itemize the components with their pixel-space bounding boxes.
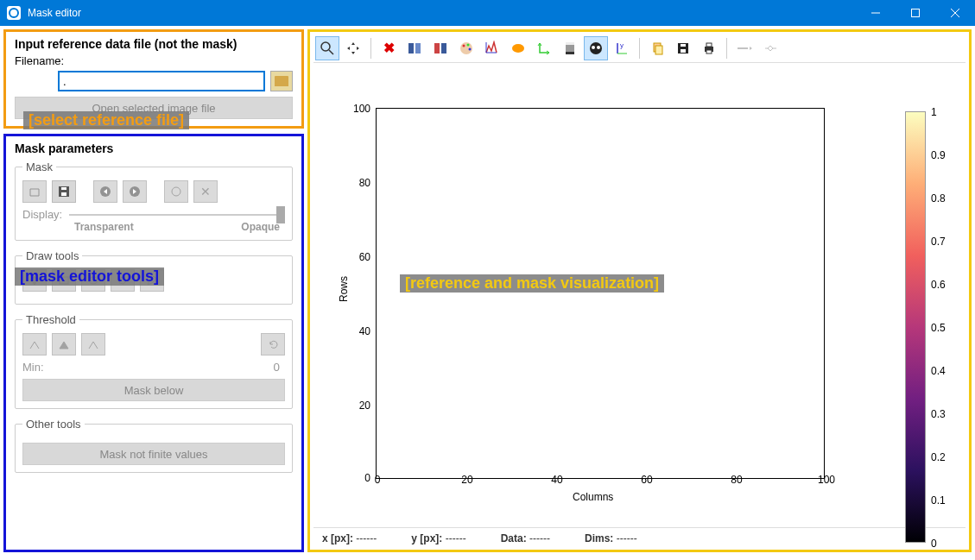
viz-annotation: [reference and mask visualization] xyxy=(400,274,664,293)
y-axis-label: Rows xyxy=(338,276,350,302)
threshold-reset-button[interactable] xyxy=(261,333,285,356)
pan-icon xyxy=(346,41,360,55)
threshold-mode1-button[interactable] xyxy=(22,333,47,356)
redo-button[interactable] xyxy=(123,180,147,203)
left-panel: Input reference data file (not the mask)… xyxy=(3,29,304,552)
contrast-button[interactable] xyxy=(558,36,582,60)
svg-point-30 xyxy=(597,46,600,49)
cb-tick: 0.7 xyxy=(931,236,957,248)
status-x-label: x [px]: xyxy=(322,532,353,544)
min-value-field[interactable] xyxy=(44,361,285,374)
axes-button[interactable] xyxy=(532,36,556,60)
plot-area[interactable] xyxy=(376,108,825,479)
other-tools-group: Other tools Mask not finite values xyxy=(15,418,293,473)
status-data-label: Data: xyxy=(501,532,527,544)
mask-legend: Mask xyxy=(22,160,56,173)
cb-tick: 1 xyxy=(931,106,957,118)
svg-rect-15 xyxy=(415,43,421,53)
cb-tick: 0.5 xyxy=(931,322,957,334)
threshold-mode3-button[interactable] xyxy=(81,333,105,356)
x-tick: 0 xyxy=(360,474,395,486)
invert-button[interactable] xyxy=(164,180,188,203)
x-tick: 20 xyxy=(450,474,484,486)
clear-button[interactable]: ✕ xyxy=(193,180,218,203)
browse-button[interactable] xyxy=(270,71,293,91)
svg-rect-5 xyxy=(61,192,66,196)
opacity-slider[interactable] xyxy=(69,211,285,218)
histogram-button[interactable] xyxy=(480,36,504,60)
flip-h-button[interactable] xyxy=(402,36,427,60)
status-y-value: ------ xyxy=(446,532,466,544)
y-tick: 40 xyxy=(345,325,370,337)
peak-filled-icon xyxy=(58,338,70,350)
svg-point-12 xyxy=(321,42,330,51)
svg-text:y: y xyxy=(620,41,624,49)
display-label: Display: xyxy=(22,208,62,221)
ghost-overlay-button[interactable] xyxy=(584,36,608,60)
marker-style-button[interactable] xyxy=(758,36,782,60)
svg-rect-41 xyxy=(706,50,712,53)
zoom-tool-button[interactable] xyxy=(315,36,339,60)
svg-rect-37 xyxy=(681,49,686,53)
reference-file-section: Input reference data file (not the mask)… xyxy=(3,29,304,129)
title-bar: Mask editor xyxy=(0,0,975,26)
status-dims-label: Dims: xyxy=(585,532,613,544)
pan-tool-button[interactable] xyxy=(341,36,365,60)
reference-heading: Input reference data file (not the mask) xyxy=(15,37,293,51)
undo-arrow-icon xyxy=(267,338,279,350)
colorbar xyxy=(905,111,926,543)
svg-rect-1 xyxy=(912,9,920,17)
arrow-right-icon xyxy=(129,186,141,198)
undo-button[interactable] xyxy=(93,180,117,203)
open-mask-button[interactable] xyxy=(22,180,47,203)
minimize-button[interactable] xyxy=(856,0,896,26)
visualization-section: ✖ y [ xyxy=(307,29,972,552)
x-icon: ✕ xyxy=(200,185,211,198)
flip-v-icon xyxy=(433,41,448,56)
mask-face-icon xyxy=(588,41,604,56)
save-plot-button[interactable] xyxy=(671,36,695,60)
filename-input[interactable] xyxy=(58,71,265,91)
plot-main: [reference and mask visualization] Rows … xyxy=(313,63,888,527)
mask-overlay-button[interactable] xyxy=(506,36,530,60)
x-tick: 80 xyxy=(719,474,754,486)
y-tick: 60 xyxy=(345,251,370,263)
threshold-mode2-button[interactable] xyxy=(52,333,76,356)
min-label: Min: xyxy=(22,361,44,374)
status-dims-value: ------ xyxy=(617,532,637,544)
mask-nonfinite-button[interactable]: Mask not finite values xyxy=(22,443,285,465)
maximize-button[interactable] xyxy=(896,0,935,26)
delete-roi-button[interactable]: ✖ xyxy=(377,36,401,60)
copy-button[interactable] xyxy=(645,36,669,60)
mask-below-button[interactable]: Mask below xyxy=(22,379,285,401)
svg-rect-26 xyxy=(566,42,574,45)
histogram-icon xyxy=(484,41,500,56)
mask-parameters-section: Mask parameters [mask editor tools] Mask… xyxy=(3,134,304,552)
main-area: Input reference data file (not the mask)… xyxy=(0,26,975,556)
peak-icon xyxy=(28,338,41,350)
y-tick: 20 xyxy=(345,400,370,412)
peak-outline-icon xyxy=(87,338,99,350)
flip-v-button[interactable] xyxy=(428,36,453,60)
svg-point-9 xyxy=(172,187,180,196)
red-x-icon: ✖ xyxy=(383,40,395,56)
svg-rect-27 xyxy=(566,52,574,54)
app-icon xyxy=(7,6,21,20)
y-tick: 80 xyxy=(345,177,370,189)
colormap-button[interactable] xyxy=(454,36,478,60)
x-tick: 40 xyxy=(540,474,574,486)
window-title: Mask editor xyxy=(28,7,81,19)
print-button[interactable] xyxy=(697,36,721,60)
svg-point-28 xyxy=(590,42,602,54)
close-button[interactable] xyxy=(935,0,975,26)
folder-open-icon xyxy=(28,186,41,198)
log-axis-button[interactable]: y xyxy=(610,36,634,60)
x-axis-label: Columns xyxy=(573,491,613,503)
line-style-button[interactable] xyxy=(732,36,757,60)
right-panel: ✖ y [ xyxy=(307,29,972,552)
save-icon xyxy=(58,186,70,198)
save-mask-button[interactable] xyxy=(52,180,76,203)
x-tick: 60 xyxy=(630,474,664,486)
transparent-label: Transparent xyxy=(74,221,134,233)
mask-tools-annotation: [mask editor tools] xyxy=(15,267,164,286)
